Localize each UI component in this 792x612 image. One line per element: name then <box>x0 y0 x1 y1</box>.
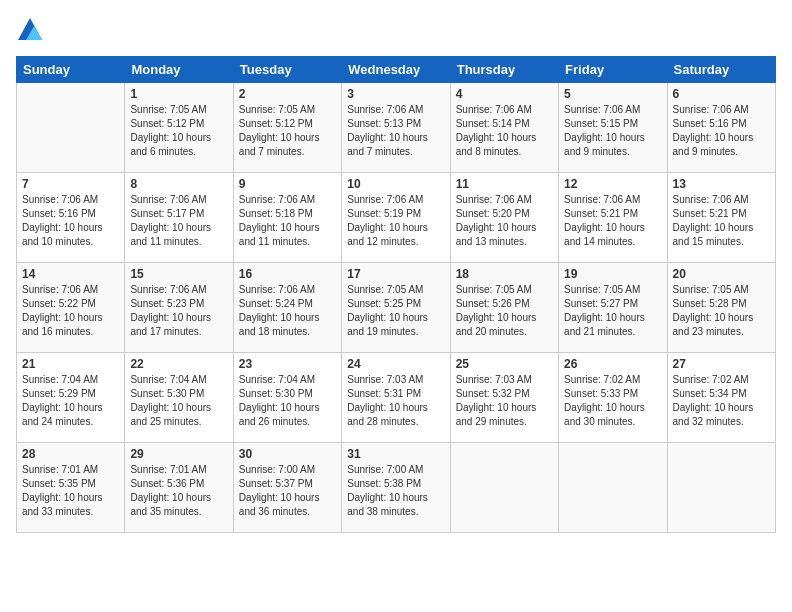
calendar-cell: 11Sunrise: 7:06 AMSunset: 5:20 PMDayligh… <box>450 173 558 263</box>
day-info: Sunrise: 7:02 AMSunset: 5:34 PMDaylight:… <box>673 373 770 429</box>
day-number: 8 <box>130 177 227 191</box>
day-number: 15 <box>130 267 227 281</box>
day-number: 1 <box>130 87 227 101</box>
day-info: Sunrise: 7:06 AMSunset: 5:21 PMDaylight:… <box>564 193 661 249</box>
day-number: 5 <box>564 87 661 101</box>
day-info: Sunrise: 7:06 AMSunset: 5:16 PMDaylight:… <box>673 103 770 159</box>
day-number: 28 <box>22 447 119 461</box>
day-number: 3 <box>347 87 444 101</box>
day-number: 13 <box>673 177 770 191</box>
calendar-cell: 22Sunrise: 7:04 AMSunset: 5:30 PMDayligh… <box>125 353 233 443</box>
calendar-cell: 13Sunrise: 7:06 AMSunset: 5:21 PMDayligh… <box>667 173 775 263</box>
day-info: Sunrise: 7:06 AMSunset: 5:16 PMDaylight:… <box>22 193 119 249</box>
day-number: 2 <box>239 87 336 101</box>
calendar-cell: 29Sunrise: 7:01 AMSunset: 5:36 PMDayligh… <box>125 443 233 533</box>
day-info: Sunrise: 7:06 AMSunset: 5:15 PMDaylight:… <box>564 103 661 159</box>
day-number: 22 <box>130 357 227 371</box>
calendar-cell: 27Sunrise: 7:02 AMSunset: 5:34 PMDayligh… <box>667 353 775 443</box>
calendar-cell: 20Sunrise: 7:05 AMSunset: 5:28 PMDayligh… <box>667 263 775 353</box>
calendar-cell <box>559 443 667 533</box>
calendar-cell: 1Sunrise: 7:05 AMSunset: 5:12 PMDaylight… <box>125 83 233 173</box>
col-header-monday: Monday <box>125 57 233 83</box>
day-info: Sunrise: 7:03 AMSunset: 5:31 PMDaylight:… <box>347 373 444 429</box>
calendar-header-row: SundayMondayTuesdayWednesdayThursdayFrid… <box>17 57 776 83</box>
calendar-cell: 4Sunrise: 7:06 AMSunset: 5:14 PMDaylight… <box>450 83 558 173</box>
calendar-cell: 8Sunrise: 7:06 AMSunset: 5:17 PMDaylight… <box>125 173 233 263</box>
day-info: Sunrise: 7:06 AMSunset: 5:23 PMDaylight:… <box>130 283 227 339</box>
calendar-table: SundayMondayTuesdayWednesdayThursdayFrid… <box>16 56 776 533</box>
calendar-cell: 24Sunrise: 7:03 AMSunset: 5:31 PMDayligh… <box>342 353 450 443</box>
day-number: 17 <box>347 267 444 281</box>
col-header-sunday: Sunday <box>17 57 125 83</box>
calendar-cell: 2Sunrise: 7:05 AMSunset: 5:12 PMDaylight… <box>233 83 341 173</box>
day-number: 10 <box>347 177 444 191</box>
calendar-cell: 10Sunrise: 7:06 AMSunset: 5:19 PMDayligh… <box>342 173 450 263</box>
day-number: 9 <box>239 177 336 191</box>
day-number: 30 <box>239 447 336 461</box>
calendar-week-row: 21Sunrise: 7:04 AMSunset: 5:29 PMDayligh… <box>17 353 776 443</box>
day-number: 20 <box>673 267 770 281</box>
day-info: Sunrise: 7:05 AMSunset: 5:28 PMDaylight:… <box>673 283 770 339</box>
logo-icon <box>16 16 44 44</box>
day-info: Sunrise: 7:05 AMSunset: 5:12 PMDaylight:… <box>239 103 336 159</box>
col-header-saturday: Saturday <box>667 57 775 83</box>
day-number: 14 <box>22 267 119 281</box>
day-info: Sunrise: 7:01 AMSunset: 5:35 PMDaylight:… <box>22 463 119 519</box>
calendar-cell: 3Sunrise: 7:06 AMSunset: 5:13 PMDaylight… <box>342 83 450 173</box>
calendar-cell: 9Sunrise: 7:06 AMSunset: 5:18 PMDaylight… <box>233 173 341 263</box>
day-info: Sunrise: 7:05 AMSunset: 5:27 PMDaylight:… <box>564 283 661 339</box>
day-number: 4 <box>456 87 553 101</box>
calendar-cell: 5Sunrise: 7:06 AMSunset: 5:15 PMDaylight… <box>559 83 667 173</box>
day-number: 12 <box>564 177 661 191</box>
col-header-thursday: Thursday <box>450 57 558 83</box>
day-number: 19 <box>564 267 661 281</box>
calendar-cell: 6Sunrise: 7:06 AMSunset: 5:16 PMDaylight… <box>667 83 775 173</box>
calendar-cell: 21Sunrise: 7:04 AMSunset: 5:29 PMDayligh… <box>17 353 125 443</box>
calendar-cell: 12Sunrise: 7:06 AMSunset: 5:21 PMDayligh… <box>559 173 667 263</box>
calendar-cell: 7Sunrise: 7:06 AMSunset: 5:16 PMDaylight… <box>17 173 125 263</box>
day-number: 25 <box>456 357 553 371</box>
day-info: Sunrise: 7:06 AMSunset: 5:24 PMDaylight:… <box>239 283 336 339</box>
calendar-cell <box>450 443 558 533</box>
day-info: Sunrise: 7:04 AMSunset: 5:30 PMDaylight:… <box>130 373 227 429</box>
day-info: Sunrise: 7:05 AMSunset: 5:12 PMDaylight:… <box>130 103 227 159</box>
calendar-week-row: 14Sunrise: 7:06 AMSunset: 5:22 PMDayligh… <box>17 263 776 353</box>
day-info: Sunrise: 7:04 AMSunset: 5:30 PMDaylight:… <box>239 373 336 429</box>
calendar-cell: 31Sunrise: 7:00 AMSunset: 5:38 PMDayligh… <box>342 443 450 533</box>
calendar-cell: 14Sunrise: 7:06 AMSunset: 5:22 PMDayligh… <box>17 263 125 353</box>
calendar-week-row: 1Sunrise: 7:05 AMSunset: 5:12 PMDaylight… <box>17 83 776 173</box>
calendar-cell: 16Sunrise: 7:06 AMSunset: 5:24 PMDayligh… <box>233 263 341 353</box>
page-header <box>16 16 776 44</box>
calendar-cell: 17Sunrise: 7:05 AMSunset: 5:25 PMDayligh… <box>342 263 450 353</box>
day-info: Sunrise: 7:00 AMSunset: 5:38 PMDaylight:… <box>347 463 444 519</box>
day-number: 18 <box>456 267 553 281</box>
calendar-week-row: 7Sunrise: 7:06 AMSunset: 5:16 PMDaylight… <box>17 173 776 263</box>
day-number: 24 <box>347 357 444 371</box>
day-number: 23 <box>239 357 336 371</box>
col-header-wednesday: Wednesday <box>342 57 450 83</box>
day-number: 7 <box>22 177 119 191</box>
calendar-cell: 25Sunrise: 7:03 AMSunset: 5:32 PMDayligh… <box>450 353 558 443</box>
day-info: Sunrise: 7:04 AMSunset: 5:29 PMDaylight:… <box>22 373 119 429</box>
calendar-cell: 23Sunrise: 7:04 AMSunset: 5:30 PMDayligh… <box>233 353 341 443</box>
day-info: Sunrise: 7:06 AMSunset: 5:22 PMDaylight:… <box>22 283 119 339</box>
calendar-cell <box>17 83 125 173</box>
day-info: Sunrise: 7:03 AMSunset: 5:32 PMDaylight:… <box>456 373 553 429</box>
day-info: Sunrise: 7:02 AMSunset: 5:33 PMDaylight:… <box>564 373 661 429</box>
day-info: Sunrise: 7:06 AMSunset: 5:13 PMDaylight:… <box>347 103 444 159</box>
day-info: Sunrise: 7:01 AMSunset: 5:36 PMDaylight:… <box>130 463 227 519</box>
calendar-cell: 30Sunrise: 7:00 AMSunset: 5:37 PMDayligh… <box>233 443 341 533</box>
calendar-cell: 19Sunrise: 7:05 AMSunset: 5:27 PMDayligh… <box>559 263 667 353</box>
day-number: 11 <box>456 177 553 191</box>
calendar-week-row: 28Sunrise: 7:01 AMSunset: 5:35 PMDayligh… <box>17 443 776 533</box>
day-info: Sunrise: 7:06 AMSunset: 5:19 PMDaylight:… <box>347 193 444 249</box>
calendar-cell: 26Sunrise: 7:02 AMSunset: 5:33 PMDayligh… <box>559 353 667 443</box>
day-number: 16 <box>239 267 336 281</box>
day-info: Sunrise: 7:05 AMSunset: 5:25 PMDaylight:… <box>347 283 444 339</box>
day-info: Sunrise: 7:05 AMSunset: 5:26 PMDaylight:… <box>456 283 553 339</box>
day-number: 27 <box>673 357 770 371</box>
day-info: Sunrise: 7:06 AMSunset: 5:20 PMDaylight:… <box>456 193 553 249</box>
calendar-cell: 15Sunrise: 7:06 AMSunset: 5:23 PMDayligh… <box>125 263 233 353</box>
calendar-cell <box>667 443 775 533</box>
day-number: 31 <box>347 447 444 461</box>
